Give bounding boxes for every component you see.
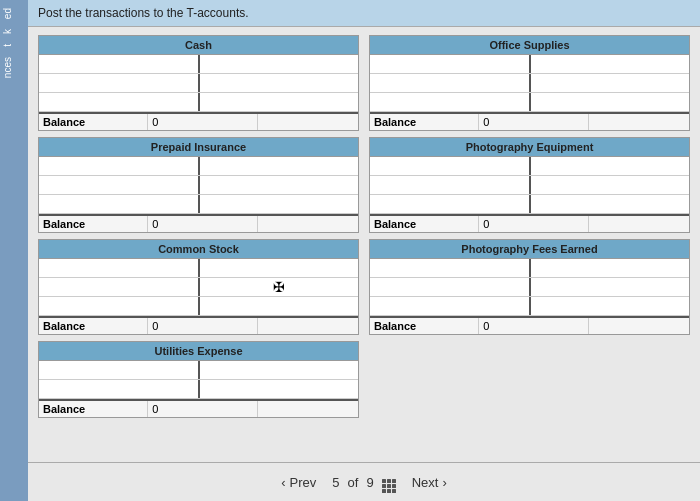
- pe-balance-value[interactable]: 0: [479, 216, 588, 232]
- cash-row-3: [39, 93, 358, 112]
- utilities-expense-header: Utilities Expense: [39, 342, 358, 361]
- cs-balance-value[interactable]: 0: [148, 318, 257, 334]
- pe-balance-row: Balance 0: [370, 214, 689, 232]
- next-label: Next: [412, 475, 439, 490]
- cash-row-2: [39, 74, 358, 93]
- grid-icon[interactable]: [382, 471, 396, 493]
- pfe-cell-2[interactable]: [531, 259, 690, 277]
- os-cell-6[interactable]: [531, 93, 690, 111]
- pe-cell-2[interactable]: [531, 157, 690, 175]
- ue-cell-4[interactable]: [200, 380, 359, 398]
- pi-balance-value[interactable]: 0: [148, 216, 257, 232]
- cash-cell-6[interactable]: [200, 93, 359, 111]
- os-balance-label: Balance: [370, 114, 479, 130]
- photography-fees-earned-header: Photography Fees Earned: [370, 240, 689, 259]
- cs-row-2: ✠: [39, 278, 358, 297]
- pi-cell-5[interactable]: [39, 195, 200, 213]
- pi-row-1: [39, 157, 358, 176]
- pi-cell-6[interactable]: [200, 195, 359, 213]
- common-stock-body: ✠ Balance 0: [39, 259, 358, 334]
- accounts-row-1: Cash Balance: [38, 35, 690, 131]
- prev-button[interactable]: ‹ Prev: [281, 475, 316, 490]
- page-of: of: [348, 475, 359, 490]
- pe-cell-1[interactable]: [370, 157, 531, 175]
- cs-row-3: [39, 297, 358, 316]
- cash-cell-4[interactable]: [200, 74, 359, 92]
- common-stock-header: Common Stock: [39, 240, 358, 259]
- pe-cell-5[interactable]: [370, 195, 531, 213]
- ue-cell-2[interactable]: [200, 361, 359, 379]
- pi-balance-empty: [258, 216, 358, 232]
- next-button[interactable]: Next ›: [412, 475, 447, 490]
- main-container: Post the transactions to the T-accounts.…: [28, 0, 700, 501]
- os-row-1: [370, 55, 689, 74]
- cash-balance-row: Balance 0: [39, 112, 358, 130]
- os-balance-row: Balance 0: [370, 112, 689, 130]
- pfe-row-2: [370, 278, 689, 297]
- pfe-row-1: [370, 259, 689, 278]
- pfe-cell-5[interactable]: [370, 297, 531, 315]
- cash-cell-5[interactable]: [39, 93, 200, 111]
- pe-cell-6[interactable]: [531, 195, 690, 213]
- chevron-left-icon: ‹: [281, 475, 285, 490]
- cs-cell-1[interactable]: [39, 259, 200, 277]
- os-cell-4[interactable]: [531, 74, 690, 92]
- ue-cell-1[interactable]: [39, 361, 200, 379]
- cash-balance-value[interactable]: 0: [148, 114, 257, 130]
- prev-label: Prev: [290, 475, 317, 490]
- accounts-row-4: Utilities Expense Balance 0: [38, 341, 690, 418]
- cs-row-1: [39, 259, 358, 278]
- pi-row-2: [39, 176, 358, 195]
- accounts-row-3: Common Stock ✠ Balance: [38, 239, 690, 335]
- office-supplies-body: Balance 0: [370, 55, 689, 130]
- pe-cell-3[interactable]: [370, 176, 531, 194]
- t-account-prepaid-insurance: Prepaid Insurance Balanc: [38, 137, 359, 233]
- page-info: 5 of 9: [332, 471, 395, 493]
- cash-cell-3[interactable]: [39, 74, 200, 92]
- ue-balance-label: Balance: [39, 401, 148, 417]
- accounts-row-2: Prepaid Insurance Balanc: [38, 137, 690, 233]
- cs-cell-5[interactable]: [39, 297, 200, 315]
- cash-row-1: [39, 55, 358, 74]
- pfe-balance-value[interactable]: 0: [479, 318, 588, 334]
- pfe-cell-3[interactable]: [370, 278, 531, 296]
- prepaid-insurance-header: Prepaid Insurance: [39, 138, 358, 157]
- pfe-cell-6[interactable]: [531, 297, 690, 315]
- instruction-text: Post the transactions to the T-accounts.: [28, 0, 700, 27]
- ue-balance-value[interactable]: 0: [148, 401, 257, 417]
- cs-cell-4[interactable]: ✠: [200, 278, 359, 296]
- os-cell-2[interactable]: [531, 55, 690, 73]
- pi-cell-4[interactable]: [200, 176, 359, 194]
- pfe-cell-4[interactable]: [531, 278, 690, 296]
- pe-cell-4[interactable]: [531, 176, 690, 194]
- t-account-common-stock: Common Stock ✠ Balance: [38, 239, 359, 335]
- pi-balance-row: Balance 0: [39, 214, 358, 232]
- cash-cell-2[interactable]: [200, 55, 359, 73]
- os-cell-5[interactable]: [370, 93, 531, 111]
- ue-cell-3[interactable]: [39, 380, 200, 398]
- cs-cell-6[interactable]: [200, 297, 359, 315]
- os-row-2: [370, 74, 689, 93]
- sidebar-label-ed: ed: [0, 4, 28, 23]
- cs-cell-3[interactable]: [39, 278, 200, 296]
- pi-cell-2[interactable]: [200, 157, 359, 175]
- page-current: 5: [332, 475, 339, 490]
- utilities-expense-body: Balance 0: [39, 361, 358, 417]
- os-cell-3[interactable]: [370, 74, 531, 92]
- page-total: 9: [366, 475, 373, 490]
- pfe-balance-label: Balance: [370, 318, 479, 334]
- pe-row-2: [370, 176, 689, 195]
- cs-cell-2[interactable]: [200, 259, 359, 277]
- pe-balance-empty: [589, 216, 689, 232]
- sidebar-label-nces: nces: [0, 53, 28, 82]
- pfe-cell-1[interactable]: [370, 259, 531, 277]
- pi-cell-3[interactable]: [39, 176, 200, 194]
- cs-balance-label: Balance: [39, 318, 148, 334]
- pi-cell-1[interactable]: [39, 157, 200, 175]
- cash-cell-1[interactable]: [39, 55, 200, 73]
- ue-balance-empty: [258, 401, 358, 417]
- os-balance-value[interactable]: 0: [479, 114, 588, 130]
- t-account-photography-fees-earned: Photography Fees Earned: [369, 239, 690, 335]
- os-cell-1[interactable]: [370, 55, 531, 73]
- ue-row-1: [39, 361, 358, 380]
